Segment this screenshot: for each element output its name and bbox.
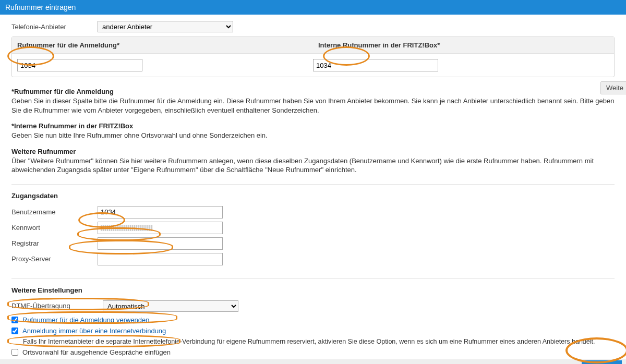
col-head-internal-number: Interne Rufnummer in der FRITZ!Box*	[313, 37, 614, 53]
chk-internet-login[interactable]	[11, 327, 18, 334]
internal-number-input[interactable]	[313, 59, 438, 71]
help-text-1: Geben Sie in dieser Spalte bitte die Ruf…	[11, 96, 615, 115]
dtmf-select[interactable]: Automatisch	[103, 300, 238, 312]
login-number-input[interactable]	[17, 59, 142, 71]
col-head-login-number: Rufnummer für die Anmeldung*	[12, 37, 313, 53]
help-text-2: Geben Sie nun bitte Ihre Rufnummer ohne …	[11, 131, 615, 140]
chk-internet-login-label[interactable]: Anmeldung immer über eine Internetverbin…	[22, 327, 166, 335]
panel-header: Rufnummer eintragen	[0, 0, 626, 15]
registrar-label: Registrar	[11, 239, 98, 247]
footer-hint-bar: Bitte stellen sie die Landeskennzahl unt…	[0, 359, 626, 364]
help-heading-3: Weitere Rufnummer	[11, 148, 615, 155]
dtmf-label: DTMF-Übertragung	[11, 302, 103, 310]
proxy-label: Proxy-Server	[11, 255, 98, 263]
credentials-title: Zugangsdaten	[11, 192, 615, 200]
panel-title: Rufnummer eintragen	[5, 3, 76, 11]
help-text-3: Über "Weitere Rufnummer" können Sie hier…	[11, 156, 615, 175]
provider-label: Telefonie-Anbieter	[11, 23, 98, 31]
chk-internet-login-help: Falls Ihr Internetanbieter die separate …	[23, 338, 615, 345]
help-heading-2: *Interne Rufnummer in der FRITZ!Box	[11, 122, 615, 130]
number-table: Rufnummer für die Anmeldung* Interne Ruf…	[11, 37, 615, 77]
help-heading-1: *Rufnummer für die Anmeldung	[11, 88, 615, 95]
weiter-button-side[interactable]: Weite	[600, 81, 626, 94]
password-label: Kennwort	[11, 224, 98, 232]
chk-login-number-label[interactable]: Rufnummer für die Anmeldung verwenden	[22, 316, 150, 324]
proxy-input[interactable]	[98, 253, 223, 265]
weiter-button[interactable]: Weiter	[582, 360, 622, 364]
chk-login-number[interactable]	[11, 317, 18, 323]
chk-area-code[interactable]	[11, 349, 18, 356]
provider-select[interactable]: anderer Anbieter	[98, 21, 233, 32]
chk-area-code-label[interactable]: Ortsvorwahl für ausgehende Gespräche ein…	[22, 348, 171, 356]
more-settings-title: Weitere Einstellungen	[11, 286, 615, 294]
username-input[interactable]	[98, 206, 223, 219]
username-label: Benutzername	[11, 208, 98, 216]
